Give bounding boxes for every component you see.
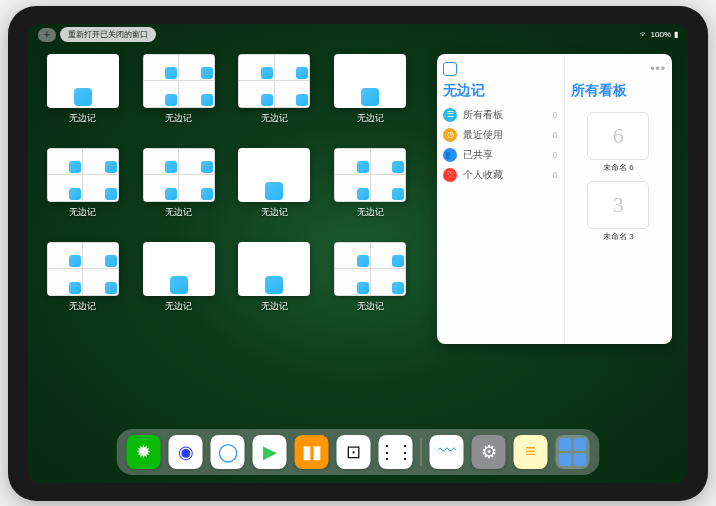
battery-icon: ▮ [674,30,678,39]
thumbnail-label: 无边记 [357,112,384,125]
dock-app-wechat[interactable]: ✹ [127,435,161,469]
dock: ✹◉◯▶▮▮⊡⋮⋮〰⚙≡ [117,429,600,475]
window-thumbnail[interactable]: 无边记 [44,242,122,320]
new-window-button[interactable]: + [38,28,56,42]
wifi-icon: ᯤ [640,30,648,39]
thumbnail-label: 无边记 [261,112,288,125]
thumbnail-preview [47,54,119,108]
thumbnail-preview [238,148,310,202]
board-item[interactable]: 3未命名 3 [571,181,666,242]
thumbnail-label: 无边记 [69,300,96,313]
window-thumbnail[interactable]: 无边记 [140,54,218,132]
thumbnail-label: 无边记 [357,300,384,313]
thumbnail-preview [238,54,310,108]
dock-app-quark-hd[interactable]: ◉ [169,435,203,469]
category-item[interactable]: 👥已共享0 [443,148,558,162]
thumbnail-label: 无边记 [261,300,288,313]
thumbnail-label: 无边记 [165,206,192,219]
window-thumbnail[interactable]: 无边记 [140,148,218,226]
category-item[interactable]: ☰所有看板0 [443,108,558,122]
dock-app-dice[interactable]: ⊡ [337,435,371,469]
window-thumbnail[interactable]: 无边记 [331,54,409,132]
dock-app-freeform[interactable]: 〰 [430,435,464,469]
category-count: 0 [553,130,558,140]
window-thumbnail[interactable]: 无边记 [236,242,314,320]
category-count: 0 [553,170,558,180]
dock-app-quark[interactable]: ◯ [211,435,245,469]
thumbnail-label: 无边记 [69,206,96,219]
dock-app-play[interactable]: ▶ [253,435,287,469]
dock-app-nodes[interactable]: ⋮⋮ [379,435,413,469]
category-item[interactable]: ◷最近使用0 [443,128,558,142]
thumbnail-label: 无边记 [261,206,288,219]
dock-app-books[interactable]: ▮▮ [295,435,329,469]
window-thumbnail-grid: 无边记无边记无边记无边记无边记无边记无边记无边记无边记无边记无边记无边记 [44,48,409,427]
board-name: 未命名 3 [571,231,666,242]
window-thumbnail[interactable]: 无边记 [140,242,218,320]
board-preview: 3 [587,181,649,229]
dock-separator [421,438,422,466]
category-icon: ♡ [443,168,457,182]
thumbnail-preview [334,54,406,108]
window-thumbnail[interactable]: 无边记 [44,54,122,132]
category-icon: ☰ [443,108,457,122]
freeform-side-panel: 无边记 ☰所有看板0◷最近使用0👥已共享0♡个人收藏0 ••• 所有看板 6未命… [437,54,672,344]
category-label: 最近使用 [463,128,503,142]
sidebar-toggle-icon[interactable] [443,62,457,76]
board-preview: 6 [587,112,649,160]
board-item[interactable]: 6未命名 6 [571,112,666,173]
window-thumbnail[interactable]: 无边记 [236,148,314,226]
screen: + 重新打开已关闭的窗口 ᯤ 100% ▮ 无边记无边记无边记无边记无边记无边记… [28,24,688,483]
window-thumbnail[interactable]: 无边记 [331,242,409,320]
panel-left-title: 无边记 [443,82,558,100]
dock-app-settings[interactable]: ⚙ [472,435,506,469]
thumbnail-preview [47,148,119,202]
thumbnail-preview [143,54,215,108]
thumbnail-preview [238,242,310,296]
category-label: 个人收藏 [463,168,503,182]
panel-main: ••• 所有看板 6未命名 63未命名 3 [565,54,672,344]
thumbnail-preview [143,242,215,296]
category-icon: 👥 [443,148,457,162]
panel-sidebar: 无边记 ☰所有看板0◷最近使用0👥已共享0♡个人收藏0 [437,54,565,344]
thumbnail-label: 无边记 [357,206,384,219]
reopen-closed-window-button[interactable]: 重新打开已关闭的窗口 [60,27,156,42]
category-count: 0 [553,110,558,120]
thumbnail-preview [334,242,406,296]
window-thumbnail[interactable]: 无边记 [44,148,122,226]
ipad-frame: + 重新打开已关闭的窗口 ᯤ 100% ▮ 无边记无边记无边记无边记无边记无边记… [8,6,708,501]
battery-percent: 100% [651,30,671,39]
dock-app-notes[interactable]: ≡ [514,435,548,469]
thumbnail-label: 无边记 [165,300,192,313]
category-icon: ◷ [443,128,457,142]
board-name: 未命名 6 [571,162,666,173]
content-area: 无边记无边记无边记无边记无边记无边记无边记无边记无边记无边记无边记无边记 无边记… [44,48,672,427]
category-label: 已共享 [463,148,493,162]
panel-right-title: 所有看板 [571,82,666,100]
category-label: 所有看板 [463,108,503,122]
window-thumbnail[interactable]: 无边记 [236,54,314,132]
more-icon[interactable]: ••• [650,62,666,76]
thumbnail-preview [47,242,119,296]
dock-folder[interactable] [556,435,590,469]
window-thumbnail[interactable]: 无边记 [331,148,409,226]
status-bar: + 重新打开已关闭的窗口 ᯤ 100% ▮ [28,28,688,42]
category-item[interactable]: ♡个人收藏0 [443,168,558,182]
status-right: ᯤ 100% ▮ [640,30,678,39]
thumbnail-preview [143,148,215,202]
thumbnail-preview [334,148,406,202]
thumbnail-label: 无边记 [69,112,96,125]
category-count: 0 [553,150,558,160]
thumbnail-label: 无边记 [165,112,192,125]
